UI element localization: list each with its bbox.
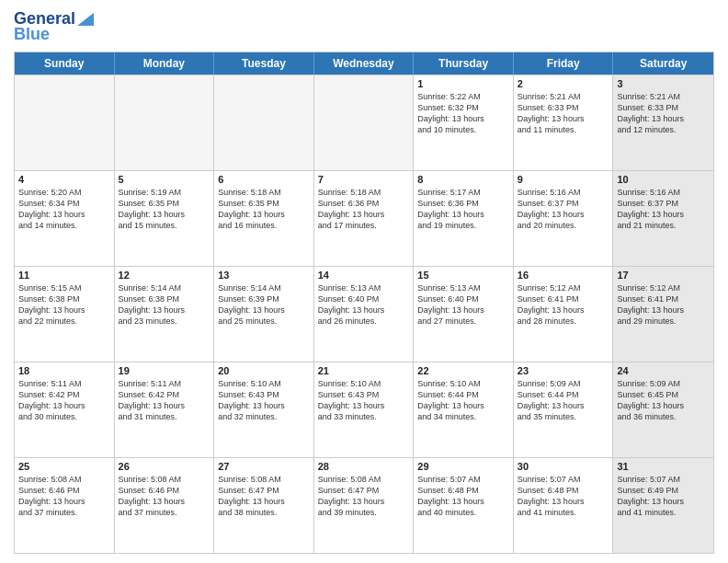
cell-info: Sunrise: 5:07 AMSunset: 6:49 PMDaylight:… <box>617 474 710 519</box>
day-number: 17 <box>617 270 710 281</box>
cell-info: Sunrise: 5:08 AMSunset: 6:47 PMDaylight:… <box>318 474 410 519</box>
day-number: 21 <box>318 365 410 376</box>
cal-row-5: 25Sunrise: 5:08 AMSunset: 6:46 PMDayligh… <box>15 457 713 553</box>
cell-info: Sunrise: 5:11 AMSunset: 6:42 PMDaylight:… <box>119 378 210 423</box>
day-number: 28 <box>318 461 410 472</box>
day-number: 11 <box>18 270 110 281</box>
cal-header-thursday: Thursday <box>414 52 514 75</box>
day-number: 8 <box>417 174 509 185</box>
cell-info: Sunrise: 5:13 AMSunset: 6:40 PMDaylight:… <box>318 282 410 327</box>
page: General Blue SundayMondayTuesdayWednesda… <box>0 0 728 563</box>
logo-icon <box>77 9 94 26</box>
cal-cell-17: 17Sunrise: 5:12 AMSunset: 6:41 PMDayligh… <box>613 267 713 362</box>
cell-info: Sunrise: 5:10 AMSunset: 6:43 PMDaylight:… <box>318 378 410 423</box>
day-number: 19 <box>119 365 210 376</box>
cal-cell-18: 18Sunrise: 5:11 AMSunset: 6:42 PMDayligh… <box>15 362 115 457</box>
cell-info: Sunrise: 5:10 AMSunset: 6:44 PMDaylight:… <box>417 378 509 423</box>
day-number: 12 <box>119 270 210 281</box>
cal-cell-24: 24Sunrise: 5:09 AMSunset: 6:45 PMDayligh… <box>613 362 713 457</box>
cell-info: Sunrise: 5:07 AMSunset: 6:48 PMDaylight:… <box>518 474 609 519</box>
cal-cell-28: 28Sunrise: 5:08 AMSunset: 6:47 PMDayligh… <box>314 458 415 553</box>
cal-header-wednesday: Wednesday <box>314 52 415 75</box>
day-number: 23 <box>518 365 609 376</box>
cal-cell-3: 3Sunrise: 5:21 AMSunset: 6:33 PMDaylight… <box>613 75 713 170</box>
header: General Blue <box>14 9 714 44</box>
cal-cell-16: 16Sunrise: 5:12 AMSunset: 6:41 PMDayligh… <box>514 267 614 362</box>
cell-info: Sunrise: 5:12 AMSunset: 6:41 PMDaylight:… <box>518 282 609 327</box>
logo-blue: Blue <box>14 25 50 44</box>
day-number: 26 <box>119 461 210 472</box>
day-number: 15 <box>417 270 509 281</box>
cell-info: Sunrise: 5:16 AMSunset: 6:37 PMDaylight:… <box>617 187 710 232</box>
cell-info: Sunrise: 5:20 AMSunset: 6:34 PMDaylight:… <box>18 187 110 232</box>
cal-cell-7: 7Sunrise: 5:18 AMSunset: 6:36 PMDaylight… <box>314 171 415 266</box>
cell-info: Sunrise: 5:12 AMSunset: 6:41 PMDaylight:… <box>617 282 710 327</box>
day-number: 9 <box>518 174 609 185</box>
cal-cell-19: 19Sunrise: 5:11 AMSunset: 6:42 PMDayligh… <box>115 362 215 457</box>
cell-info: Sunrise: 5:09 AMSunset: 6:44 PMDaylight:… <box>518 378 609 423</box>
day-number: 29 <box>417 461 509 472</box>
cal-cell-empty-2 <box>214 75 314 170</box>
cal-row-2: 4Sunrise: 5:20 AMSunset: 6:34 PMDaylight… <box>15 170 713 266</box>
cal-row-3: 11Sunrise: 5:15 AMSunset: 6:38 PMDayligh… <box>15 266 713 362</box>
day-number: 6 <box>218 174 310 185</box>
cal-cell-12: 12Sunrise: 5:14 AMSunset: 6:38 PMDayligh… <box>115 267 215 362</box>
cal-cell-30: 30Sunrise: 5:07 AMSunset: 6:48 PMDayligh… <box>514 458 614 553</box>
cell-info: Sunrise: 5:07 AMSunset: 6:48 PMDaylight:… <box>417 474 509 519</box>
cell-info: Sunrise: 5:08 AMSunset: 6:46 PMDaylight:… <box>18 474 110 519</box>
cal-cell-9: 9Sunrise: 5:16 AMSunset: 6:37 PMDaylight… <box>514 171 614 266</box>
cell-info: Sunrise: 5:13 AMSunset: 6:40 PMDaylight:… <box>417 282 509 327</box>
calendar: SundayMondayTuesdayWednesdayThursdayFrid… <box>14 52 714 554</box>
cal-header-monday: Monday <box>115 52 215 75</box>
day-number: 10 <box>617 174 710 185</box>
day-number: 7 <box>318 174 410 185</box>
cell-info: Sunrise: 5:22 AMSunset: 6:32 PMDaylight:… <box>417 91 509 136</box>
cal-cell-14: 14Sunrise: 5:13 AMSunset: 6:40 PMDayligh… <box>314 267 415 362</box>
cell-info: Sunrise: 5:11 AMSunset: 6:42 PMDaylight:… <box>18 378 110 423</box>
cal-cell-20: 20Sunrise: 5:10 AMSunset: 6:43 PMDayligh… <box>214 362 314 457</box>
cell-info: Sunrise: 5:15 AMSunset: 6:38 PMDaylight:… <box>18 282 110 327</box>
cal-cell-10: 10Sunrise: 5:16 AMSunset: 6:37 PMDayligh… <box>613 171 713 266</box>
cell-info: Sunrise: 5:18 AMSunset: 6:36 PMDaylight:… <box>318 187 410 232</box>
cell-info: Sunrise: 5:21 AMSunset: 6:33 PMDaylight:… <box>518 91 609 136</box>
cal-cell-22: 22Sunrise: 5:10 AMSunset: 6:44 PMDayligh… <box>414 362 514 457</box>
cell-info: Sunrise: 5:19 AMSunset: 6:35 PMDaylight:… <box>119 187 210 232</box>
cal-cell-31: 31Sunrise: 5:07 AMSunset: 6:49 PMDayligh… <box>613 458 713 553</box>
cell-info: Sunrise: 5:08 AMSunset: 6:47 PMDaylight:… <box>218 474 310 519</box>
cal-cell-26: 26Sunrise: 5:08 AMSunset: 6:46 PMDayligh… <box>115 458 215 553</box>
cal-row-1: 1Sunrise: 5:22 AMSunset: 6:32 PMDaylight… <box>15 75 713 170</box>
day-number: 22 <box>417 365 509 376</box>
day-number: 24 <box>617 365 710 376</box>
day-number: 20 <box>218 365 310 376</box>
logo: General Blue <box>14 9 94 44</box>
cal-cell-29: 29Sunrise: 5:07 AMSunset: 6:48 PMDayligh… <box>414 458 514 553</box>
day-number: 2 <box>518 78 609 89</box>
day-number: 13 <box>218 270 310 281</box>
cal-cell-13: 13Sunrise: 5:14 AMSunset: 6:39 PMDayligh… <box>214 267 314 362</box>
cell-info: Sunrise: 5:17 AMSunset: 6:36 PMDaylight:… <box>417 187 509 232</box>
cal-row-4: 18Sunrise: 5:11 AMSunset: 6:42 PMDayligh… <box>15 362 713 457</box>
cal-cell-21: 21Sunrise: 5:10 AMSunset: 6:43 PMDayligh… <box>314 362 415 457</box>
cal-cell-23: 23Sunrise: 5:09 AMSunset: 6:44 PMDayligh… <box>514 362 614 457</box>
cell-info: Sunrise: 5:08 AMSunset: 6:46 PMDaylight:… <box>119 474 210 519</box>
cal-cell-27: 27Sunrise: 5:08 AMSunset: 6:47 PMDayligh… <box>214 458 314 553</box>
day-number: 27 <box>218 461 310 472</box>
cal-header-tuesday: Tuesday <box>214 52 314 75</box>
day-number: 4 <box>18 174 110 185</box>
cell-info: Sunrise: 5:09 AMSunset: 6:45 PMDaylight:… <box>617 378 710 423</box>
cal-cell-empty-1 <box>115 75 215 170</box>
cal-cell-2: 2Sunrise: 5:21 AMSunset: 6:33 PMDaylight… <box>514 75 614 170</box>
day-number: 16 <box>518 270 609 281</box>
cal-cell-6: 6Sunrise: 5:18 AMSunset: 6:35 PMDaylight… <box>214 171 314 266</box>
cell-info: Sunrise: 5:10 AMSunset: 6:43 PMDaylight:… <box>218 378 310 423</box>
cell-info: Sunrise: 5:14 AMSunset: 6:38 PMDaylight:… <box>119 282 210 327</box>
cal-header-sunday: Sunday <box>15 52 115 75</box>
cal-cell-11: 11Sunrise: 5:15 AMSunset: 6:38 PMDayligh… <box>15 267 115 362</box>
cal-header-friday: Friday <box>514 52 614 75</box>
cal-cell-empty-3 <box>314 75 415 170</box>
day-number: 5 <box>119 174 210 185</box>
cal-cell-empty-0 <box>15 75 115 170</box>
cal-cell-8: 8Sunrise: 5:17 AMSunset: 6:36 PMDaylight… <box>414 171 514 266</box>
cal-cell-5: 5Sunrise: 5:19 AMSunset: 6:35 PMDaylight… <box>115 171 215 266</box>
cell-info: Sunrise: 5:16 AMSunset: 6:37 PMDaylight:… <box>518 187 609 232</box>
